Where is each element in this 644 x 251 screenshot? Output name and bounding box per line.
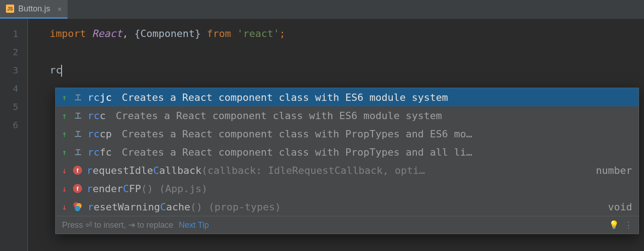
completion-return-type: number — [591, 165, 632, 176]
completion-name: rcc — [88, 110, 106, 121]
function-icon: f — [73, 184, 82, 193]
completion-name: rcjc — [88, 92, 112, 103]
arrow-down-icon: ↓ — [62, 166, 68, 175]
completion-description: Creates a React component class with ES6… — [116, 92, 632, 103]
completion-name: requestIdleCallback(callback: IdleReques… — [87, 165, 425, 176]
keyword: import — [50, 28, 92, 39]
keyword: from — [201, 28, 237, 39]
code-line-1: import React, {Component} from 'react'; — [50, 25, 644, 43]
completion-item[interactable]: ↑rcfcCreates a React component class wit… — [56, 143, 639, 161]
js-file-icon: JS — [5, 4, 15, 13]
string: 'react' — [237, 28, 280, 39]
completion-item[interactable]: ↑rccpCreates a React component class wit… — [56, 125, 639, 143]
code-line-3: rc — [50, 61, 644, 79]
completion-item[interactable]: ↑rcjcCreates a React component class wit… — [56, 88, 639, 106]
completion-return-type: void — [602, 201, 632, 213]
svg-rect-8 — [76, 131, 80, 132]
tab-filename: Button.js — [18, 4, 50, 14]
completion-list: ↑rcjcCreates a React component class wit… — [56, 88, 639, 216]
gutter-line: 6 — [0, 116, 27, 134]
code-area[interactable]: import React, {Component} from 'react'; … — [27, 19, 644, 251]
more-icon[interactable]: ⋮ — [624, 220, 632, 230]
completion-item[interactable]: ↑rccCreates a React component class with… — [56, 106, 639, 125]
code-line-2 — [50, 43, 644, 61]
gutter-line: 2 — [0, 43, 27, 61]
gutter-line: 1 — [0, 25, 27, 43]
completion-name: rcfc — [88, 146, 112, 158]
svg-rect-6 — [75, 136, 81, 137]
editor: 1 2 3 4 5 6 import React, {Component} fr… — [0, 19, 644, 251]
live-template-icon — [73, 147, 83, 157]
identifier: React — [92, 28, 122, 39]
arrow-up-icon: ↑ — [62, 93, 68, 102]
svg-rect-0 — [75, 99, 81, 100]
caret — [61, 65, 62, 77]
punct: , — [122, 28, 135, 39]
live-template-icon — [73, 129, 83, 139]
popup-footer: Press ⏎ to insert, ⇥ to replace Next Tip… — [56, 216, 639, 234]
brace: } — [195, 28, 201, 39]
gutter-line: 4 — [0, 79, 27, 98]
arrow-up-icon: ↑ — [62, 129, 68, 139]
svg-rect-11 — [76, 149, 80, 150]
gutter-line: 3 — [0, 61, 27, 79]
multi-icon — [73, 202, 83, 212]
svg-rect-3 — [75, 118, 81, 119]
svg-rect-5 — [76, 113, 80, 114]
brace: { — [134, 28, 140, 39]
completion-item[interactable]: ↓frenderCFP() (App.js) — [56, 179, 639, 198]
svg-rect-9 — [75, 154, 81, 155]
tab-button-js[interactable]: JS Button.js ✕ — [0, 0, 68, 19]
bulb-icon[interactable]: 💡 — [609, 220, 619, 230]
completion-description: Creates a React component class with Pro… — [116, 128, 632, 140]
completion-name: renderCFP() (App.js) — [87, 183, 208, 194]
typed-text: rc — [50, 64, 62, 76]
completion-description: Creates a React component class with Pro… — [116, 146, 632, 158]
arrow-down-icon: ↓ — [62, 184, 68, 193]
completion-item[interactable]: ↓resetWarningCache() (prop-types)void — [56, 198, 639, 216]
completion-name: resetWarningCache() (prop-types) — [88, 201, 281, 213]
function-icon: f — [73, 166, 82, 175]
punct: ; — [279, 28, 285, 39]
arrow-down-icon: ↓ — [62, 202, 68, 212]
completion-item[interactable]: ↓frequestIdleCallback(callback: IdleRequ… — [56, 161, 639, 179]
completion-popup: ↑rcjcCreates a React component class wit… — [55, 88, 639, 234]
completion-description: Creates a React component class with ES6… — [110, 110, 632, 121]
live-template-icon — [73, 92, 83, 102]
gutter-line: 5 — [0, 98, 27, 116]
live-template-icon — [73, 110, 83, 120]
completion-name: rccp — [88, 128, 112, 140]
close-icon[interactable]: ✕ — [57, 5, 62, 13]
svg-rect-2 — [76, 94, 80, 95]
next-tip-link[interactable]: Next Tip — [179, 220, 209, 230]
gutter: 1 2 3 4 5 6 — [0, 19, 27, 251]
arrow-up-icon: ↑ — [62, 147, 68, 157]
tab-bar: JS Button.js ✕ — [0, 0, 644, 19]
footer-hint: Press ⏎ to insert, ⇥ to replace — [62, 220, 173, 230]
identifier: Component — [140, 28, 195, 39]
arrow-up-icon: ↑ — [62, 111, 68, 120]
